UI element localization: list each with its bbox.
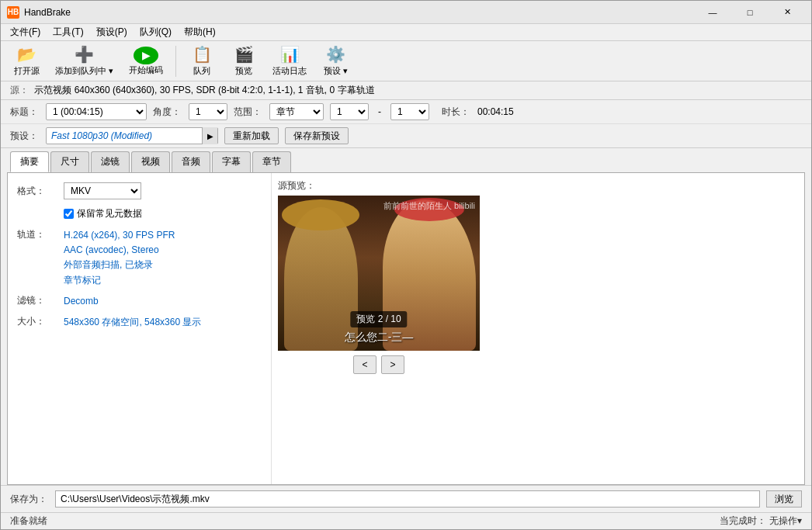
open-icon: 📂 (17, 45, 36, 64)
filters-value: Decomb (64, 294, 99, 309)
window-title: HandBrake (24, 7, 695, 18)
add-to-queue-button[interactable]: ➕ 添加到队列中 ▾ (49, 43, 120, 79)
tab-video[interactable]: 视频 (131, 151, 170, 172)
preset-input[interactable] (47, 130, 202, 141)
figure-right (383, 199, 476, 351)
angle-label: 角度： (153, 106, 181, 119)
menu-tools[interactable]: 工具(T) (47, 24, 89, 40)
close-button[interactable]: ✕ (769, 1, 805, 24)
tab-filters[interactable]: 滤镜 (91, 151, 130, 172)
format-label: 格式： (17, 185, 64, 198)
title-bar: HB HandBrake — □ ✕ (1, 1, 811, 24)
range-to-select[interactable]: 1 (390, 103, 429, 120)
menu-queue[interactable]: 队列(Q) (134, 24, 178, 40)
angle-select[interactable]: 1 (189, 103, 227, 120)
preset-row: 预设： ▶ 重新加载 保存新预设 (1, 124, 811, 148)
save-bar: 保存为： 浏览 (1, 485, 811, 512)
range-type-select[interactable]: 章节 (269, 103, 324, 120)
menu-bar: 文件(F) 工具(T) 预设(P) 队列(Q) 帮助(H) (1, 24, 811, 41)
window-controls: — □ ✕ (695, 1, 805, 24)
main-content-area: 格式： MKV 保留常见元数据 轨道： H.264 (x264), 30 FPS… (7, 172, 805, 485)
format-select[interactable]: MKV (64, 182, 141, 199)
preview-label: 源预览： (278, 179, 315, 192)
status-text: 准备就绪 (10, 514, 720, 528)
source-info-bar: 源： 示范视频 640x360 (640x360), 30 FPS, SDR (… (1, 81, 811, 100)
activity-icon: 📊 (280, 45, 300, 64)
size-value: 548x360 存储空间, 548x360 显示 (64, 315, 201, 330)
track-item-3: 章节标记 (64, 273, 175, 288)
scene-overlay (278, 196, 480, 351)
tab-bar: 摘要 尺寸 滤镜 视频 音频 字幕 章节 (1, 148, 811, 172)
summary-panel: 格式： MKV 保留常见元数据 轨道： H.264 (x264), 30 FPS… (8, 173, 272, 484)
activity-log-button[interactable]: 📊 活动日志 (266, 43, 313, 79)
gear-icon: ⚙️ (326, 45, 345, 64)
tab-dimensions[interactable]: 尺寸 (50, 151, 89, 172)
track-item-2: 外部音频扫描, 已烧录 (64, 258, 175, 272)
preview-next-button[interactable]: > (381, 355, 404, 374)
play-icon: ▶ (134, 47, 158, 64)
toolbar-separator (175, 46, 176, 77)
filters-label: 滤镜： (17, 294, 64, 309)
metadata-checkbox-row: 保留常见元数据 (64, 207, 262, 220)
duration-value: 00:04:15 (477, 106, 514, 117)
title-label: 标题： (10, 106, 38, 119)
add-queue-icon: ➕ (75, 45, 94, 64)
filters-row: 滤镜： Decomb (17, 294, 262, 309)
range-separator: - (378, 106, 381, 117)
app-icon: HB (7, 6, 19, 19)
browse-button[interactable]: 浏览 (766, 490, 802, 507)
open-source-button[interactable]: 📂 打开源 (7, 43, 46, 79)
reload-preset-button[interactable]: 重新加载 (224, 127, 279, 144)
queue-icon: 📋 (193, 45, 212, 64)
preview-icon: 🎬 (234, 45, 254, 64)
range-label: 范围： (234, 106, 262, 119)
maximize-button[interactable]: □ (732, 1, 768, 24)
status-on-complete-label: 当完成时： (720, 514, 766, 528)
hat-left (282, 199, 359, 230)
on-complete-dropdown[interactable]: 无操作▾ (769, 514, 802, 528)
menu-file[interactable]: 文件(F) (4, 24, 47, 40)
menu-help[interactable]: 帮助(H) (178, 24, 222, 40)
metadata-label: 保留常见元数据 (77, 207, 142, 220)
duration-label: 时长： (442, 106, 470, 119)
preview-navigation: < > (278, 355, 480, 374)
main-window: HB HandBrake — □ ✕ 文件(F) 工具(T) 预设(P) 队列(… (0, 0, 812, 530)
preview-button[interactable]: 🎬 预览 (224, 43, 263, 79)
menu-preset[interactable]: 预设(P) (90, 24, 134, 40)
tab-audio[interactable]: 音频 (172, 151, 210, 172)
source-info-text: 示范视频 640x360 (640x360), 30 FPS, SDR (8-b… (34, 85, 374, 95)
preview-counter: 预览 2 / 10 (350, 311, 407, 327)
preset-dropdown-arrow[interactable]: ▶ (202, 127, 217, 144)
save-path-input[interactable] (55, 490, 760, 507)
size-label: 大小： (17, 315, 64, 330)
tab-summary[interactable]: 摘要 (10, 151, 49, 172)
preset-settings-button[interactable]: ⚙️ 预设 ▾ (316, 43, 355, 79)
minimize-button[interactable]: — (695, 1, 730, 24)
preset-label: 预设： (10, 130, 38, 143)
tab-chapters[interactable]: 章节 (252, 151, 291, 172)
watermark-text: 前前前世的陌生人 bilibili (383, 200, 475, 212)
preset-select-wrap: ▶ (46, 127, 218, 144)
tracks-list: H.264 (x264), 30 FPS PFR AAC (avcodec), … (64, 228, 175, 288)
save-label: 保存为： (10, 493, 47, 506)
metadata-checkbox[interactable] (64, 209, 74, 219)
start-encode-button[interactable]: ▶ 开始编码 (123, 43, 169, 79)
queue-button[interactable]: 📋 队列 (182, 43, 221, 79)
toolbar: 📂 打开源 ➕ 添加到队列中 ▾ ▶ 开始编码 📋 队列 🎬 预览 📊 活动日志… (1, 41, 811, 81)
title-control-row: 标题： 1 (00:04:15) 角度： 1 范围： 章节 1 - 1 时长： … (1, 100, 811, 124)
source-label: 源： (10, 85, 29, 95)
subtitle-text: 怎么您二-三— (278, 331, 480, 345)
format-row: 格式： MKV (17, 182, 262, 199)
track-item-0: H.264 (x264), 30 FPS PFR (64, 228, 175, 243)
tracks-row: 轨道： H.264 (x264), 30 FPS PFR AAC (avcode… (17, 228, 262, 288)
status-bar: 准备就绪 当完成时： 无操作▾ (1, 512, 811, 529)
preview-prev-button[interactable]: < (353, 355, 377, 374)
preview-panel: 源预览： 前前前世的陌生人 bilibili 怎么您二-三— 预览 2 / 10… (272, 173, 804, 484)
preview-image: 前前前世的陌生人 bilibili 怎么您二-三— 预览 2 / 10 (278, 196, 480, 351)
tab-subtitles[interactable]: 字幕 (212, 151, 251, 172)
tracks-label: 轨道： (17, 228, 64, 288)
range-from-select[interactable]: 1 (330, 103, 369, 120)
save-preset-button[interactable]: 保存新预设 (285, 127, 349, 144)
size-row: 大小： 548x360 存储空间, 548x360 显示 (17, 315, 262, 330)
title-select[interactable]: 1 (00:04:15) (46, 103, 147, 120)
